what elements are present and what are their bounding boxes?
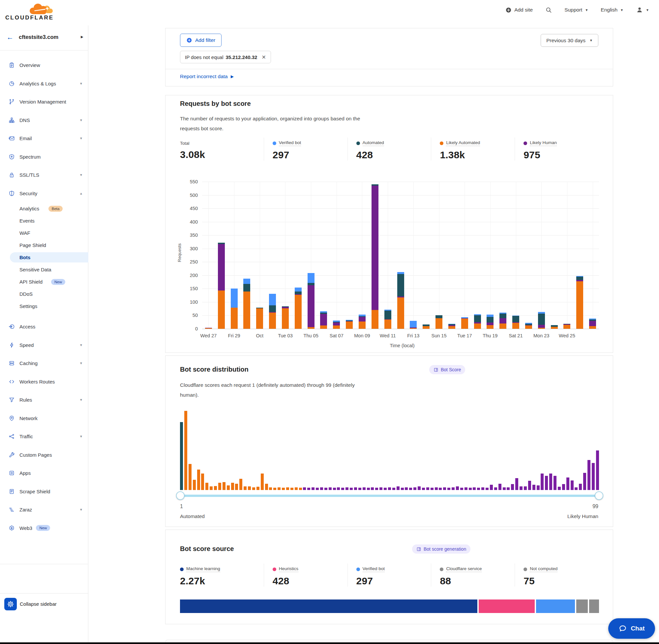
score-bar-35 bbox=[324, 488, 327, 490]
gridline-v bbox=[567, 182, 567, 329]
sidebar-item-scrape-shield[interactable]: Scrape Shield bbox=[0, 482, 88, 501]
stat-label[interactable]: Verified bot bbox=[273, 140, 301, 146]
time-range-dropdown[interactable]: Previous 30 days ▼ bbox=[541, 34, 598, 47]
stat-value: 297 bbox=[273, 150, 348, 161]
score-slider-track[interactable] bbox=[180, 495, 599, 497]
sidebar-item-api-shield[interactable]: API ShieldNew bbox=[0, 276, 88, 288]
language-menu[interactable]: English ▼ bbox=[601, 7, 623, 13]
slider-left-caption: Automated bbox=[180, 513, 205, 519]
source-stat-heuristics: Heuristics428 bbox=[264, 564, 348, 586]
score-bar-33 bbox=[316, 488, 319, 490]
requests-stats-row: Total3.08kVerified bot297Automated428Lik… bbox=[180, 138, 598, 161]
score-bar-92 bbox=[566, 478, 569, 490]
chevron-down-icon: ▼ bbox=[79, 435, 83, 438]
sidebar-item-rules[interactable]: Rules▼ bbox=[0, 391, 88, 409]
collapse-sidebar-label[interactable]: Collapse sidebar bbox=[20, 601, 57, 607]
stat-label[interactable]: Machine learning bbox=[180, 566, 220, 572]
active-filter-chip[interactable]: IP does not equal 35.212.240.32 ✕ bbox=[180, 51, 271, 63]
sidebar-item-sensitive-data[interactable]: Sensitive Data bbox=[0, 263, 88, 276]
back-arrow-icon[interactable]: ← bbox=[6, 33, 14, 41]
score-bar-93 bbox=[571, 480, 573, 490]
score-bar-27 bbox=[290, 488, 293, 490]
source-segment-machine-learning bbox=[180, 599, 477, 613]
sidebar-item-caching[interactable]: Caching▼ bbox=[0, 354, 88, 373]
score-bar-22 bbox=[269, 487, 272, 490]
bar-segment-likely-automated bbox=[372, 310, 378, 329]
gridline-v bbox=[593, 182, 593, 329]
bot-score-distribution-panel: Bot score distribution Bot Score Cloudfl… bbox=[165, 355, 613, 527]
score-bar-63 bbox=[443, 487, 446, 490]
report-incorrect-data-link[interactable]: Report incorrect data ▶ bbox=[180, 73, 234, 79]
chevron-down-icon: ▼ bbox=[585, 8, 588, 12]
stat-label[interactable]: Likely Human bbox=[523, 140, 557, 146]
sidebar-item-access[interactable]: Access bbox=[0, 318, 88, 336]
sidebar-item-ddos[interactable]: DDoS bbox=[0, 288, 88, 300]
sidebar-item-apps[interactable]: Apps bbox=[0, 464, 88, 482]
collapse-sidebar-row: Collapse sidebar bbox=[0, 593, 88, 619]
remove-filter-icon[interactable]: ✕ bbox=[261, 54, 266, 60]
sidebar-item-zaraz[interactable]: Zaraz▼ bbox=[0, 501, 88, 519]
sidebar-item-email[interactable]: Email▼ bbox=[0, 129, 88, 148]
cloudflare-logo[interactable]: CLOUDFLARE bbox=[5, 2, 55, 22]
stat-label-text: Likely Automated bbox=[446, 140, 480, 146]
sidebar-item-analytics[interactable]: AnalyticsBeta bbox=[0, 203, 88, 215]
score-bar-57 bbox=[418, 486, 421, 490]
sidebar-item-version-management[interactable]: Version Management bbox=[0, 93, 88, 111]
score-bar-15 bbox=[239, 479, 242, 490]
sidebar-item-dns[interactable]: DNS▼ bbox=[0, 111, 88, 130]
site-selector[interactable]: ← cftestsite3.com ▶ bbox=[0, 25, 88, 50]
stat-label[interactable]: Likely Automated bbox=[440, 140, 480, 146]
stat-label[interactable]: Heuristics bbox=[273, 566, 298, 572]
beta-badge: Beta bbox=[48, 206, 63, 212]
search-button[interactable] bbox=[545, 6, 552, 13]
sidebar-item-events[interactable]: Events bbox=[0, 215, 88, 227]
score-bar-89 bbox=[554, 476, 557, 490]
chevron-up-icon: ▲ bbox=[79, 191, 83, 195]
slider-handle-max[interactable] bbox=[595, 491, 603, 500]
sidebar-item-custom-pages[interactable]: Custom Pages bbox=[0, 446, 88, 464]
stat-label[interactable]: Verified bot bbox=[356, 566, 385, 572]
sidebar-item-analytics-logs[interactable]: Analytics & Logs▼ bbox=[0, 74, 88, 93]
score-bar-47 bbox=[375, 488, 378, 490]
bar-day-10 bbox=[320, 311, 327, 329]
legend-dot bbox=[523, 568, 527, 571]
support-menu[interactable]: Support ▼ bbox=[564, 7, 588, 13]
sidebar-item-speed[interactable]: Speed▼ bbox=[0, 336, 88, 354]
pie-chart-icon bbox=[8, 80, 15, 87]
stat-label[interactable]: Automated bbox=[356, 140, 384, 146]
stat-label[interactable]: Cloudflare service bbox=[440, 566, 481, 572]
search-icon bbox=[545, 6, 552, 13]
sidebar-item-label: Analytics & Logs bbox=[20, 81, 56, 86]
slider-handle-min[interactable] bbox=[176, 491, 185, 500]
sidebar-item-security[interactable]: Security▲ bbox=[0, 184, 88, 203]
add-filter-button[interactable]: Add filter bbox=[180, 33, 221, 47]
sidebar-item-waf[interactable]: WAF bbox=[0, 227, 88, 239]
sidebar-item-ssl-tls[interactable]: SSL/TLS▼ bbox=[0, 166, 88, 184]
score-bar-90 bbox=[558, 487, 561, 490]
sidebar-item-settings[interactable]: Settings bbox=[0, 300, 88, 312]
sidebar-item-workers-routes[interactable]: Workers Routes bbox=[0, 373, 88, 391]
sidebar-item-network[interactable]: Network bbox=[0, 409, 88, 428]
add-site-button[interactable]: Add site bbox=[505, 7, 533, 13]
bot-score-doc-badge[interactable]: Bot Score bbox=[429, 365, 465, 374]
settings-gear-button[interactable] bbox=[4, 598, 17, 611]
sidebar-item-overview[interactable]: Overview bbox=[0, 56, 88, 74]
stat-label[interactable]: Not computed bbox=[523, 566, 558, 572]
header-nav: Add site Support ▼ English ▼ ▼ bbox=[505, 0, 649, 20]
sidebar-item-page-shield[interactable]: Page Shield bbox=[0, 239, 88, 251]
account-menu[interactable]: ▼ bbox=[636, 6, 649, 14]
bot-score-generation-doc-badge[interactable]: Bot score generation bbox=[412, 545, 470, 554]
chat-button[interactable]: Chat bbox=[608, 618, 655, 639]
bar-day-28 bbox=[551, 325, 558, 329]
sidebar-item-spectrum[interactable]: Spectrum bbox=[0, 148, 88, 166]
score-bar-34 bbox=[320, 487, 323, 490]
slider-right-caption: Likely Human bbox=[567, 513, 598, 519]
bar-day-18 bbox=[423, 324, 429, 329]
sidebar-item-bots[interactable]: Bots bbox=[0, 251, 88, 263]
site-name[interactable]: cftestsite3.com bbox=[19, 34, 58, 40]
gridline-v bbox=[362, 182, 362, 329]
sidebar-item-web3[interactable]: Web3New bbox=[0, 519, 88, 537]
sidebar-item-traffic[interactable]: Traffic▼ bbox=[0, 427, 88, 446]
score-bar-7 bbox=[205, 483, 208, 490]
bot-score-source-panel: Bot score source Bot score generation Ma… bbox=[165, 530, 613, 624]
